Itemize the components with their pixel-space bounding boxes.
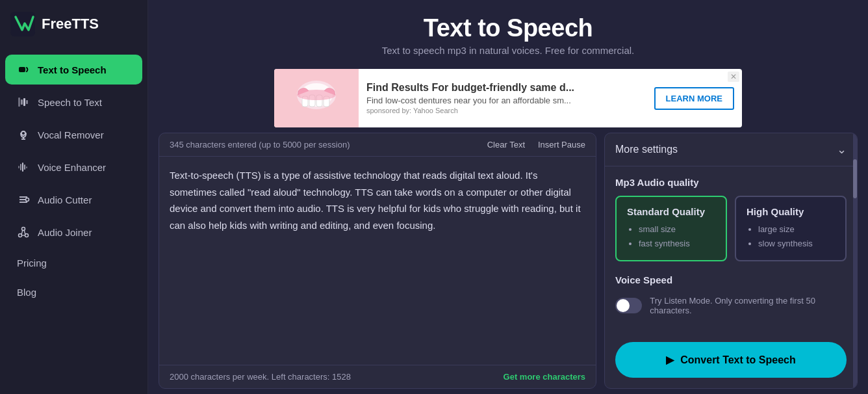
- sidebar-nav: Text to Speech Speech to Text: [0, 48, 147, 394]
- vocal-icon: [17, 128, 30, 141]
- pricing-label: Pricing: [17, 257, 47, 269]
- logo[interactable]: FreeTTS: [0, 0, 147, 48]
- sidebar-item-blog[interactable]: Blog: [0, 278, 147, 307]
- svg-point-20: [22, 228, 25, 231]
- main-content: Text to Speech Text to speech mp3 in nat…: [148, 0, 868, 394]
- sidebar-label-enhancer: Voice Enhancer: [38, 162, 106, 173]
- svg-rect-2: [18, 98, 20, 107]
- svg-point-6: [21, 131, 25, 135]
- settings-scrollbar[interactable]: [853, 133, 857, 388]
- settings-scrollbar-thumb: [853, 159, 857, 198]
- standard-quality-features: small size fast synthesis: [627, 222, 715, 251]
- svg-rect-4: [23, 98, 25, 106]
- high-feature-2: slow synthesis: [758, 237, 835, 251]
- high-feature-1: large size: [758, 222, 835, 237]
- blog-label: Blog: [17, 287, 36, 298]
- get-more-link[interactable]: Get more characters: [504, 372, 585, 382]
- convert-btn-label: Convert Text to Speech: [680, 354, 796, 366]
- text-input-panel: 345 characters entered (up to 5000 per s…: [159, 133, 596, 389]
- svg-rect-11: [22, 163, 23, 172]
- page-header: Text to Speech Text to speech mp3 in nat…: [148, 0, 868, 64]
- settings-panel: More settings ⌄ Mp3 Audio quality Standa…: [604, 133, 858, 389]
- play-icon: ▶: [666, 354, 674, 366]
- sidebar: FreeTTS Text to Speech Spe: [0, 0, 148, 394]
- settings-header: More settings ⌄: [605, 133, 857, 166]
- insert-pause-button[interactable]: Insert Pause: [538, 140, 585, 150]
- ad-image: [274, 69, 359, 127]
- sidebar-item-audio-joiner[interactable]: Audio Joiner: [5, 217, 142, 247]
- char-count: 345 characters entered (up to 5000 per s…: [170, 140, 350, 150]
- mp3-quality-label: Mp3 Audio quality: [615, 177, 847, 188]
- ad-tooth-icon: [290, 75, 342, 121]
- svg-rect-12: [24, 164, 25, 170]
- sidebar-label-joiner: Audio Joiner: [38, 227, 92, 238]
- svg-point-17: [26, 198, 29, 202]
- listen-mode-text: Try Listen Mode. Only converting the fir…: [650, 296, 847, 315]
- joiner-icon: [17, 226, 30, 239]
- logo-text: FreeTTS: [42, 16, 99, 33]
- ad-title: Find Results For budget-friendly same d.…: [366, 82, 646, 94]
- stt-icon: [17, 96, 30, 109]
- high-quality-features: large size slow synthesis: [747, 222, 835, 251]
- ad-sponsor: sponsored by: Yahoo Search: [366, 107, 646, 114]
- svg-rect-3: [21, 99, 23, 105]
- logo-icon: [10, 12, 35, 36]
- page-subtitle: Text to speech mp3 in natural voices. Fr…: [159, 45, 858, 56]
- svg-rect-9: [18, 166, 19, 168]
- ad-banner: Find Results For budget-friendly same d.…: [274, 69, 742, 127]
- ad-close-button[interactable]: ✕: [728, 72, 739, 82]
- high-quality-card[interactable]: High Quality large size slow synthesis: [735, 196, 847, 261]
- footer-chars: 2000 characters per week. Left character…: [170, 372, 351, 382]
- high-quality-title: High Quality: [747, 206, 835, 217]
- workspace: 345 characters entered (up to 5000 per s…: [148, 133, 868, 394]
- svg-line-22: [24, 230, 25, 235]
- sidebar-item-vocal-remover[interactable]: Vocal Remover: [5, 120, 142, 150]
- toolbar-actions: Clear Text Insert Pause: [487, 140, 585, 150]
- sidebar-label-tts: Text to Speech: [38, 64, 107, 75]
- cutter-icon: [17, 193, 30, 206]
- settings-title: More settings: [615, 144, 678, 155]
- text-content[interactable]: Text-to-speech (TTS) is a type of assist…: [159, 157, 596, 365]
- page-title: Text to Speech: [159, 14, 858, 42]
- sidebar-label-vocal: Vocal Remover: [38, 129, 104, 140]
- standard-feature-1: small size: [639, 222, 715, 237]
- sidebar-item-speech-to-text[interactable]: Speech to Text: [5, 87, 142, 117]
- svg-rect-1: [19, 67, 25, 72]
- listen-mode-row: Try Listen Mode. Only converting the fir…: [615, 291, 847, 321]
- voice-speed-label: Voice Speed: [615, 274, 847, 285]
- quality-options: Standard Quality small size fast synthes…: [615, 196, 847, 261]
- standard-feature-2: fast synthesis: [639, 237, 715, 251]
- tts-icon: [17, 63, 30, 76]
- settings-toggle-button[interactable]: ⌄: [837, 142, 847, 157]
- sidebar-item-pricing[interactable]: Pricing: [0, 248, 147, 278]
- sidebar-item-text-to-speech[interactable]: Text to Speech: [5, 55, 142, 85]
- ad-description: Find low-cost dentures near you for an a…: [366, 96, 646, 105]
- sidebar-item-voice-enhancer[interactable]: Voice Enhancer: [5, 152, 142, 182]
- svg-line-21: [21, 230, 23, 235]
- standard-quality-card[interactable]: Standard Quality small size fast synthes…: [615, 196, 727, 261]
- sidebar-label-cutter: Audio Cutter: [38, 194, 92, 205]
- sidebar-item-audio-cutter[interactable]: Audio Cutter: [5, 185, 142, 215]
- clear-text-button[interactable]: Clear Text: [487, 140, 525, 150]
- text-toolbar: 345 characters entered (up to 5000 per s…: [159, 133, 596, 157]
- svg-rect-5: [26, 100, 28, 104]
- standard-quality-title: Standard Quality: [627, 206, 715, 217]
- toggle-knob: [617, 299, 630, 312]
- convert-button[interactable]: ▶ Convert Text to Speech: [615, 342, 847, 378]
- svg-rect-13: [26, 166, 27, 168]
- sidebar-label-stt: Speech to Text: [38, 97, 102, 108]
- text-footer: 2000 characters per week. Left character…: [159, 365, 596, 388]
- ad-content: Find Results For budget-friendly same d.…: [359, 77, 654, 120]
- svg-rect-10: [20, 164, 21, 170]
- listen-mode-toggle[interactable]: [615, 298, 642, 313]
- enhancer-icon: [17, 161, 30, 174]
- ad-learn-more-button[interactable]: LEARN MORE: [654, 87, 734, 110]
- settings-body: Mp3 Audio quality Standard Quality small…: [605, 166, 857, 337]
